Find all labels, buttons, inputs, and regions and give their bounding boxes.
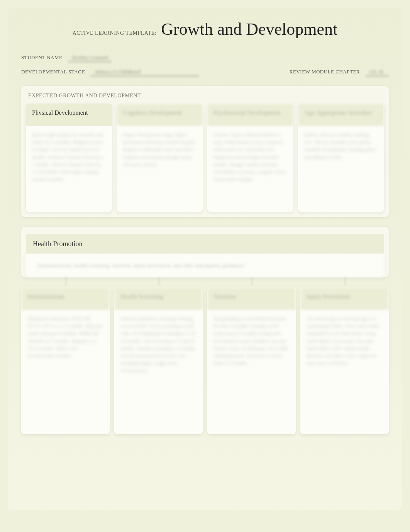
card-body-injury: Use rear-facing car seat until age 2 or … xyxy=(300,310,389,376)
card-body-cognitive: Piaget: Sensorimotor stage. Object perma… xyxy=(117,126,203,178)
info-row-1: STUDENT NAME Destiny Leonard xyxy=(21,54,389,62)
card-text: Hepatitis B, Rotavirus, DTaP, Hib, PCV13… xyxy=(27,315,103,360)
cards-row-growth: Physical Development Birth weight double… xyxy=(26,104,384,212)
hp-header: Health Promotion xyxy=(26,234,384,254)
dev-stage-label: DEVELOPMENTAL STAGE xyxy=(21,69,85,75)
cards-row-hp: Immunizations Hepatitis B, Rotavirus, DT… xyxy=(21,287,389,434)
card-text: Erikson: Trust vs Mistrust (birth to 1 y… xyxy=(213,131,287,183)
card-header-activities: Age-Appropriate Activities xyxy=(298,104,384,126)
connector xyxy=(114,277,203,284)
info-row-2: DEVELOPMENTAL STAGE Infancy to Childhood… xyxy=(21,69,389,76)
card-body-immunizations: Hepatitis B, Rotavirus, DTaP, Hib, PCV13… xyxy=(21,310,110,369)
card-body-screening: Newborn metabolic screening. Hearing scr… xyxy=(114,310,203,384)
card-header-screening: Health Screening xyxy=(114,287,203,310)
hp-cards-block: Immunizations Hepatitis B, Rotavirus, DT… xyxy=(21,287,389,434)
card-header-nutrition: Nutrition xyxy=(207,287,296,310)
card-age-appropriate-activities: Age-Appropriate Activities Rattles, soft… xyxy=(298,104,384,212)
card-text: Use rear-facing car seat until age 2 or … xyxy=(307,315,383,367)
card-psychosocial-development: Psychosocial Development Erikson: Trust … xyxy=(207,104,293,212)
card-header-physical: Physical Development xyxy=(26,104,112,126)
template-label: ACTIVE LEARNING TEMPLATE: xyxy=(73,30,157,36)
connector xyxy=(300,277,389,284)
section-heading-growth: EXPECTED GROWTH AND DEVELOPMENT xyxy=(26,93,384,99)
card-text: Piaget: Sensorimotor stage. Object perma… xyxy=(123,131,197,168)
card-immunizations: Immunizations Hepatitis B, Rotavirus, DT… xyxy=(21,287,110,434)
card-body-nutrition: Breastfeeding or iron-fortified formula … xyxy=(207,310,296,376)
card-header-cognitive: Cognitive Development xyxy=(117,104,203,126)
card-text: Rattles, soft toys, mobiles, teething to… xyxy=(304,131,378,161)
hp-tagline: (immunizations, health screening, nutrit… xyxy=(26,254,384,277)
student-name-label: STUDENT NAME xyxy=(21,54,63,61)
card-header-injury: Injury Prevention xyxy=(300,287,389,310)
card-text: Newborn metabolic screening. Hearing scr… xyxy=(120,315,197,375)
card-header-immunizations: Immunizations xyxy=(21,287,110,310)
review-chapter-value: Ch. 26 xyxy=(366,69,389,76)
card-physical-development: Physical Development Birth weight double… xyxy=(26,104,112,212)
connector xyxy=(207,277,296,284)
card-text: Birth weight doubles by 6 months and tri… xyxy=(32,131,106,183)
section-expected-growth: EXPECTED GROWTH AND DEVELOPMENT Physical… xyxy=(21,86,389,217)
section-health-promotion: Health Promotion (immunizations, health … xyxy=(21,227,389,277)
card-cognitive-development: Cognitive Development Piaget: Sensorimot… xyxy=(117,104,203,212)
card-body-physical: Birth weight doubles by 6 months and tri… xyxy=(26,126,112,192)
card-body-psychosocial: Erikson: Trust vs Mistrust (birth to 1 y… xyxy=(207,126,293,192)
card-health-screening: Health Screening Newborn metabolic scree… xyxy=(114,287,203,434)
card-body-activities: Rattles, soft toys, mobiles, teething to… xyxy=(298,126,384,170)
review-chapter-label: REVIEW MODULE CHAPTER xyxy=(290,69,360,75)
connector xyxy=(21,277,110,284)
main-title: Growth and Development xyxy=(161,19,337,39)
student-name-value: Destiny Leonard xyxy=(68,54,112,62)
card-nutrition: Nutrition Breastfeeding or iron-fortifie… xyxy=(207,287,296,434)
card-injury-prevention: Injury Prevention Use rear-facing car se… xyxy=(300,287,389,434)
header: ACTIVE LEARNING TEMPLATE: Growth and Dev… xyxy=(21,19,389,45)
card-text: Breastfeeding or iron-fortified formula … xyxy=(213,315,290,367)
document-page: ACTIVE LEARNING TEMPLATE: Growth and Dev… xyxy=(8,8,402,510)
connector-row xyxy=(21,277,389,284)
card-header-psychosocial: Psychosocial Development xyxy=(207,104,293,126)
dev-stage-value: Infancy to Childhood xyxy=(91,69,199,76)
